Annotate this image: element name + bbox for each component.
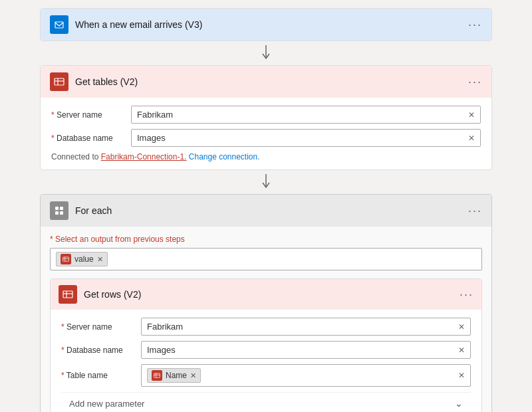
svg-rect-2 xyxy=(55,78,64,85)
arrow-2 xyxy=(40,174,492,190)
value-token: value ✕ xyxy=(56,252,108,266)
value-token-label: value xyxy=(74,255,94,264)
gr-table-clear[interactable]: ✕ xyxy=(458,371,465,380)
trigger-icon xyxy=(50,15,68,34)
gr-database-input[interactable]: Images ✕ xyxy=(141,341,471,359)
gr-database-value: Images xyxy=(147,345,176,355)
server-label: Server name xyxy=(51,110,124,120)
database-label: Database name xyxy=(51,134,124,143)
value-token-icon xyxy=(61,254,71,264)
table-name-token-icon xyxy=(152,370,162,381)
gr-server-value: Fabrikam xyxy=(147,322,183,332)
svg-rect-13 xyxy=(63,291,72,298)
foreach-card: For each ··· Select an output from previ… xyxy=(40,194,492,412)
select-output-input[interactable]: value ✕ xyxy=(50,248,482,270)
get-tables-header: Get tables (V2) ··· xyxy=(41,66,491,98)
table-name-token: Name ✕ xyxy=(147,368,201,383)
gr-table-label: Table name xyxy=(61,371,134,380)
trigger-header: When a new email arrives (V3) ··· xyxy=(41,9,491,41)
get-tables-connection-name[interactable]: Fabrikam-Connection-1. xyxy=(101,152,187,161)
gr-table-input[interactable]: Name ✕ ✕ xyxy=(141,364,471,387)
get-tables-ellipsis[interactable]: ··· xyxy=(468,75,482,89)
gr-server-label: Server name xyxy=(61,322,134,332)
trigger-card: When a new email arrives (V3) ··· xyxy=(40,8,492,41)
gr-database-label: Database name xyxy=(61,346,134,355)
arrow-1 xyxy=(40,45,492,61)
add-param-text: Add new parameter xyxy=(69,399,144,409)
add-param-chevron-icon: ⌄ xyxy=(455,398,463,409)
get-tables-icon xyxy=(50,72,68,91)
add-param-row[interactable]: Add new parameter ⌄ xyxy=(61,392,471,412)
svg-rect-8 xyxy=(55,211,59,215)
get-rows-icon xyxy=(59,285,77,304)
gr-server-row: Server name Fabrikam ✕ xyxy=(61,318,471,336)
svg-rect-0 xyxy=(55,22,63,28)
gr-server-clear[interactable]: ✕ xyxy=(458,322,465,332)
trigger-title: When a new email arrives (V3) xyxy=(75,19,462,30)
database-clear-icon[interactable]: ✕ xyxy=(468,134,475,143)
get-tables-change-connection[interactable]: Change connection. xyxy=(189,152,260,161)
get-rows-header: Get rows (V2) ··· xyxy=(51,279,481,310)
get-tables-body: Server name Fabrikam ✕ Database name Ima… xyxy=(41,98,491,169)
get-tables-connection: Connected to Fabrikam-Connection-1. Chan… xyxy=(51,152,481,161)
svg-rect-10 xyxy=(63,257,69,261)
server-clear-icon[interactable]: ✕ xyxy=(468,110,475,120)
foreach-title: For each xyxy=(75,205,462,216)
value-token-remove[interactable]: ✕ xyxy=(97,255,103,264)
get-rows-ellipsis[interactable]: ··· xyxy=(460,288,473,302)
gr-database-clear[interactable]: ✕ xyxy=(458,346,465,355)
get-rows-title: Get rows (V2) xyxy=(84,289,453,300)
database-row: Database name Images ✕ xyxy=(51,129,481,147)
server-value: Fabrikam xyxy=(137,110,173,120)
get-tables-card: Get tables (V2) ··· Server name Fabrikam… xyxy=(40,65,492,170)
get-tables-connection-text: Connected to xyxy=(51,152,98,161)
svg-rect-6 xyxy=(55,207,59,210)
gr-server-input[interactable]: Fabrikam ✕ xyxy=(141,318,471,336)
table-name-token-remove[interactable]: ✕ xyxy=(190,371,196,380)
svg-rect-16 xyxy=(154,373,160,377)
table-name-token-label: Name xyxy=(166,371,187,380)
get-rows-body: Server name Fabrikam ✕ Database name Ima… xyxy=(51,310,481,412)
gr-database-row: Database name Images ✕ xyxy=(61,341,471,359)
get-tables-title: Get tables (V2) xyxy=(75,76,462,87)
get-rows-card: Get rows (V2) ··· Server name Fabrikam ✕… xyxy=(50,278,482,412)
database-input[interactable]: Images ✕ xyxy=(131,129,481,147)
foreach-body: Select an output from previous steps val… xyxy=(41,227,491,412)
gr-table-row: Table name Name ✕ ✕ xyxy=(61,364,471,387)
foreach-ellipsis[interactable]: ··· xyxy=(468,204,482,218)
foreach-header: For each ··· xyxy=(41,195,491,227)
svg-rect-9 xyxy=(60,211,63,215)
database-value: Images xyxy=(137,133,166,143)
server-row: Server name Fabrikam ✕ xyxy=(51,106,481,124)
foreach-icon xyxy=(50,201,68,220)
svg-rect-7 xyxy=(60,207,63,210)
trigger-ellipsis[interactable]: ··· xyxy=(468,18,482,32)
server-input[interactable]: Fabrikam ✕ xyxy=(131,106,481,124)
select-output-label: Select an output from previous steps xyxy=(50,235,482,244)
